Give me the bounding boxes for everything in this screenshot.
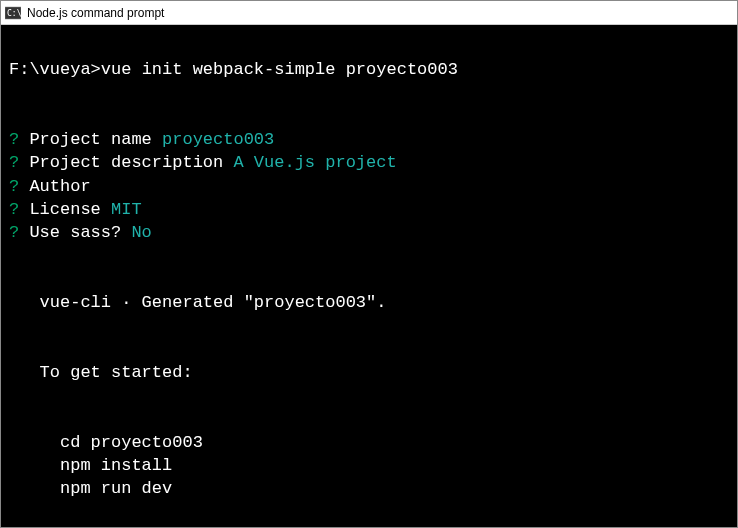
step-run: npm run dev [9, 479, 172, 498]
question-mark-icon: ? [9, 153, 19, 172]
get-started-heading: To get started: [9, 363, 193, 382]
step-cd: cd proyecto003 [9, 433, 203, 452]
question-label: Project name [19, 130, 162, 149]
command-prompt-window: C:\ Node.js command prompt F:\vueya>vue … [0, 0, 738, 528]
answer-value: A Vue.js project [233, 153, 396, 172]
question-mark-icon: ? [9, 200, 19, 219]
step-install: npm install [9, 456, 172, 475]
answer-value: proyecto003 [162, 130, 274, 149]
answer-value: MIT [111, 200, 142, 219]
question-label: License [19, 200, 111, 219]
titlebar[interactable]: C:\ Node.js command prompt [1, 1, 737, 25]
prompt-line-1: F:\vueya>vue init webpack-simple proyect… [9, 60, 458, 79]
question-mark-icon: ? [9, 177, 19, 196]
question-mark-icon: ? [9, 130, 19, 149]
svg-text:C:\: C:\ [7, 9, 21, 18]
question-5: ? Use sass? No [9, 223, 152, 242]
window-title: Node.js command prompt [27, 6, 164, 20]
prompt-path: F:\vueya> [9, 60, 101, 79]
question-3: ? Author [9, 177, 91, 196]
terminal-body[interactable]: F:\vueya>vue init webpack-simple proyect… [1, 25, 737, 527]
question-1: ? Project name proyecto003 [9, 130, 274, 149]
question-label: Author [19, 177, 90, 196]
command-text: vue init webpack-simple proyecto003 [101, 60, 458, 79]
question-2: ? Project description A Vue.js project [9, 153, 397, 172]
question-mark-icon: ? [9, 223, 19, 242]
question-label: Use sass? [19, 223, 131, 242]
question-4: ? License MIT [9, 200, 142, 219]
answer-value: No [131, 223, 151, 242]
terminal-icon: C:\ [5, 5, 21, 21]
generated-message: vue-cli · Generated "proyecto003". [9, 293, 386, 312]
question-label: Project description [19, 153, 233, 172]
